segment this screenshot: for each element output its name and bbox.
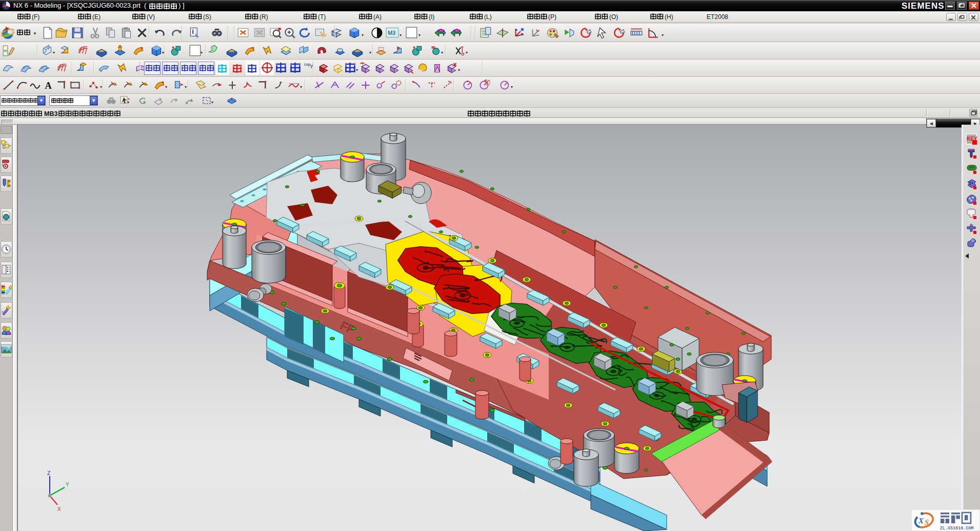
svg-text:Y: Y — [66, 482, 69, 487]
svg-text:i: i — [192, 28, 194, 35]
svg-text:M3: M3 — [388, 30, 395, 36]
svg-text:X: X — [918, 517, 924, 525]
svg-text:S: S — [925, 518, 929, 526]
svg-text:Z: Z — [47, 470, 50, 476]
svg-text:X: X — [57, 506, 61, 512]
svg-text:A: A — [45, 81, 52, 91]
svg-text:ZL.XS1616.COM: ZL.XS1616.COM — [940, 526, 973, 531]
svg-text:MB3: MB3 — [44, 110, 57, 117]
